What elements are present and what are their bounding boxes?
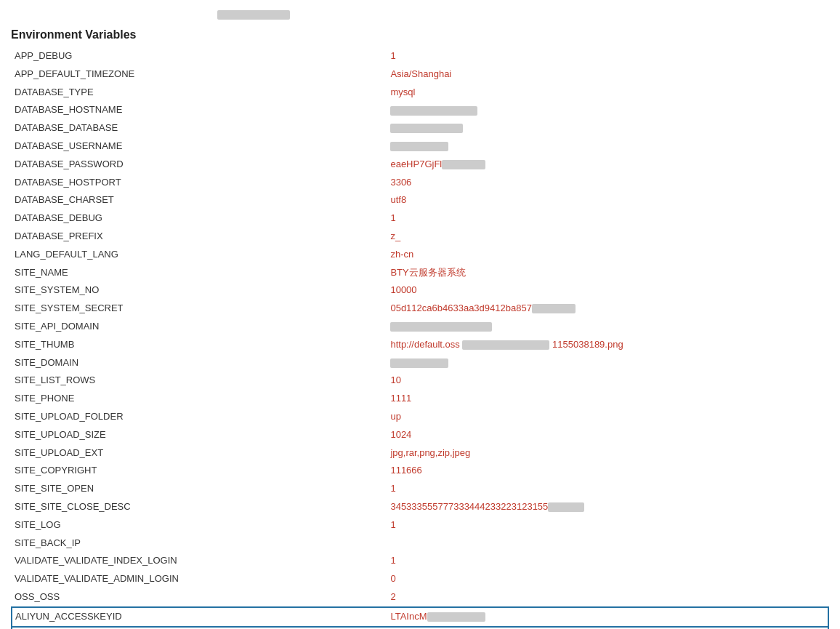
table-row: DATABASE_DEBUG1	[12, 209, 828, 228]
table-row: DATABASE_PASSWORDeaeHP7GjFl	[12, 156, 828, 174]
env-value: zh-cn	[387, 246, 828, 264]
table-row: SITE_UPLOAD_FOLDERup	[12, 408, 828, 426]
env-key: DATABASE_PASSWORD	[12, 156, 387, 174]
env-key: SITE_SITE_OPEN	[12, 480, 387, 498]
env-value	[387, 318, 828, 336]
env-value: http://default.oss 1155038189.png	[387, 336, 828, 354]
table-row: SITE_DOMAIN	[12, 354, 828, 372]
env-key: SITE_DOMAIN	[12, 354, 387, 372]
env-key: DATABASE_HOSTPORT	[12, 174, 387, 192]
env-key: SITE_UPLOAD_EXT	[12, 444, 387, 462]
env-key: SITE_SYSTEM_NO	[12, 281, 387, 300]
table-row: SITE_SITE_OPEN1	[12, 480, 828, 498]
section-title-0: Environment Variables	[11, 28, 829, 41]
env-value: up	[387, 408, 828, 426]
env-key: SITE_LOG	[12, 516, 387, 534]
env-value	[387, 137, 828, 156]
env-key: SITE_LIST_ROWS	[12, 372, 387, 390]
env-value: eaeHP7GjFl	[387, 156, 828, 174]
env-value: BTY云服务器系统	[387, 264, 828, 282]
table-row: DATABASE_DATABASE	[12, 119, 828, 137]
table-row: SITE_THUMBhttp://default.oss 1155038189.…	[12, 336, 828, 354]
env-key: SITE_PHONE	[12, 390, 387, 408]
env-value: 1111	[387, 390, 828, 408]
env-key: DATABASE_USERNAME	[12, 137, 387, 156]
env-key: SITE_SYSTEM_SECRET	[12, 300, 387, 318]
env-value: z_	[387, 228, 828, 246]
table-row: DATABASE_CHARSETutf8	[12, 191, 828, 209]
env-key: SITE_BACK_IP	[12, 534, 387, 553]
env-key: SITE_UPLOAD_SIZE	[12, 426, 387, 444]
env-value: 0	[387, 570, 828, 588]
env-value	[387, 534, 828, 553]
env-key: APP_DEFAULT_TIMEZONE	[12, 65, 387, 84]
env-key: DATABASE_TYPE	[12, 84, 387, 102]
env-value	[387, 101, 828, 119]
table-row: SITE_UPLOAD_SIZE1024	[12, 426, 828, 444]
table-row: SITE_LIST_ROWS10	[12, 372, 828, 390]
env-value: Asia/Shanghai	[387, 65, 828, 84]
table-row: OSS_OSS2	[12, 588, 828, 607]
env-key: SITE_UPLOAD_FOLDER	[12, 408, 387, 426]
env-value: mysql	[387, 84, 828, 102]
sections-container: Environment VariablesAPP_DEBUG1APP_DEFAU…	[11, 28, 829, 629]
env-value: 1	[387, 552, 828, 570]
table-row: VALIDATE_VALIDATE_ADMIN_LOGIN0	[12, 570, 828, 588]
env-value: 1	[387, 209, 828, 228]
env-key: ALIYUN_ACCESSKEYSECRET	[12, 627, 387, 629]
env-value: 345333555777333444233223123155	[387, 498, 828, 516]
env-value: 1	[387, 47, 828, 65]
table-row: SITE_PHONE1111	[12, 390, 828, 408]
env-key: SITE_COPYRIGHT	[12, 462, 387, 480]
table-row: SITE_SYSTEM_NO10000	[12, 281, 828, 300]
env-table-0: APP_DEBUG1APP_DEFAULT_TIMEZONEAsia/Shang…	[11, 47, 829, 629]
page-container: Environment VariablesAPP_DEBUG1APP_DEFAU…	[11, 7, 829, 629]
env-key: VALIDATE_VALIDATE_INDEX_LOGIN	[12, 552, 387, 570]
env-key: VALIDATE_VALIDATE_ADMIN_LOGIN	[12, 570, 387, 588]
table-row: SITE_UPLOAD_EXTjpg,rar,png,zip,jpeg	[12, 444, 828, 462]
env-key: SITE_SITE_CLOSE_DESC	[12, 498, 387, 516]
env-value: 1024	[387, 426, 828, 444]
table-row: SITE_NAMEBTY云服务器系统	[12, 264, 828, 282]
env-value: 7BHeCW5oKNQap	[387, 627, 828, 629]
table-row: SITE_BACK_IP	[12, 534, 828, 553]
env-value: jpg,rar,png,zip,jpeg	[387, 444, 828, 462]
env-key: DATABASE_CHARSET	[12, 191, 387, 209]
env-value: 10000	[387, 281, 828, 300]
top-key	[14, 9, 217, 20]
table-row: ALIYUN_ACCESSKEYSECRET7BHeCW5oKNQap	[12, 627, 828, 629]
env-value: 2	[387, 588, 828, 607]
table-row: DATABASE_HOSTPORT3306	[12, 174, 828, 192]
env-key: LANG_DEFAULT_LANG	[12, 246, 387, 264]
env-key: ALIYUN_ACCESSKEYID	[12, 607, 387, 627]
env-key: DATABASE_HOSTNAME	[12, 101, 387, 119]
table-row: ALIYUN_ACCESSKEYIDLTAIncM	[12, 607, 828, 627]
env-value: 1	[387, 480, 828, 498]
table-row: APP_DEBUG1	[12, 47, 828, 65]
env-key: DATABASE_PREFIX	[12, 228, 387, 246]
env-value: 111666	[387, 462, 828, 480]
table-row: DATABASE_TYPEmysql	[12, 84, 828, 102]
table-row: SITE_SITE_CLOSE_DESC34533355577733344423…	[12, 498, 828, 516]
table-row: DATABASE_PREFIXz_	[12, 228, 828, 246]
env-value: LTAIncM	[387, 607, 828, 627]
table-row: DATABASE_HOSTNAME	[12, 101, 828, 119]
env-key: SITE_NAME	[12, 264, 387, 282]
env-key: OSS_OSS	[12, 588, 387, 607]
table-row: DATABASE_USERNAME	[12, 137, 828, 156]
env-value	[387, 119, 828, 137]
top-value	[217, 9, 290, 20]
env-key: SITE_API_DOMAIN	[12, 318, 387, 336]
env-value	[387, 354, 828, 372]
env-value: utf8	[387, 191, 828, 209]
table-row: SITE_LOG1	[12, 516, 828, 534]
env-key: DATABASE_DEBUG	[12, 209, 387, 228]
env-value: 05d112ca6b4633aa3d9412ba857	[387, 300, 828, 318]
table-row: APP_DEFAULT_TIMEZONEAsia/Shanghai	[12, 65, 828, 84]
env-key: SITE_THUMB	[12, 336, 387, 354]
table-row: VALIDATE_VALIDATE_INDEX_LOGIN1	[12, 552, 828, 570]
env-value: 10	[387, 372, 828, 390]
table-row: SITE_COPYRIGHT111666	[12, 462, 828, 480]
env-key: APP_DEBUG	[12, 47, 387, 65]
table-row: LANG_DEFAULT_LANGzh-cn	[12, 246, 828, 264]
